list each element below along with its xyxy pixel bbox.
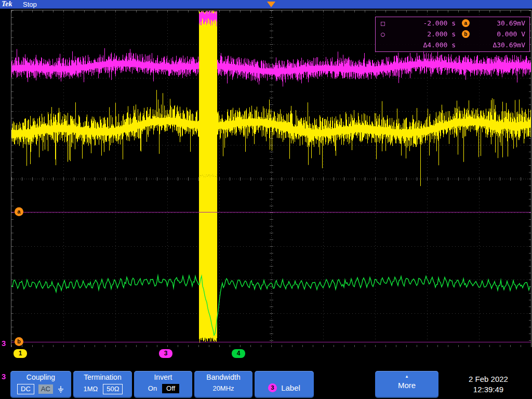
top-bar: Tek Stop	[0, 0, 532, 9]
ch1-badge[interactable]: 1	[14, 349, 27, 358]
ch4-badge[interactable]: 4	[232, 349, 245, 358]
coupling-title: Coupling	[26, 373, 55, 381]
trigger-position-marker[interactable]	[267, 2, 275, 7]
termination-option-1mohm[interactable]: 1MΩ	[83, 384, 99, 394]
coupling-option-dc[interactable]: DC	[17, 384, 34, 394]
channel3-position-tab[interactable]: 3	[2, 339, 6, 348]
cursor-readout: □ -2.000 s a 30.69mV ○ 2.000 s b 0.000 V…	[375, 17, 530, 52]
invert-title: Invert	[154, 373, 172, 381]
datetime-box: 2 Feb 2022 12:39:49	[445, 370, 532, 399]
acquisition-status: Stop	[23, 1, 37, 8]
more-button[interactable]: ▴ More	[375, 371, 438, 398]
ground-coupling-icon[interactable]	[57, 385, 64, 393]
termination-button[interactable]: Termination 1MΩ 50Ω	[73, 371, 132, 398]
bandwidth-button[interactable]: Bandwidth 20MHz	[194, 371, 252, 398]
bandwidth-title: Bandwidth	[206, 373, 240, 381]
cursor-circle-time: 2.000 s	[394, 30, 456, 38]
menu-channel-indicator: 3	[2, 372, 6, 381]
label-channel-badge: 3	[268, 383, 277, 392]
bandwidth-value: 20MHz	[211, 384, 235, 393]
graticule	[11, 10, 531, 348]
cursor-a-badge: a	[462, 19, 470, 27]
coupling-option-ac[interactable]: AC	[38, 384, 53, 394]
graticule-canvas	[11, 10, 531, 347]
square-cursor-icon: □	[381, 19, 394, 27]
cursor-a-marker[interactable]: a	[15, 207, 23, 216]
date-text: 2 Feb 2022	[445, 374, 532, 384]
more-text: More	[398, 381, 416, 390]
invert-button[interactable]: Invert On Off	[134, 371, 192, 398]
coupling-button[interactable]: Coupling DC AC	[10, 371, 71, 398]
cursor-readout-row-a: □ -2.000 s a 30.69mV	[376, 18, 529, 28]
invert-option-off[interactable]: Off	[162, 384, 179, 393]
cursor-b-marker[interactable]: b	[15, 337, 23, 346]
cursor-delta-time: Δ4.000 s	[394, 41, 456, 49]
termination-title: Termination	[84, 373, 121, 381]
oscilloscope-screen: Tek Stop a b 3 □ -2.000 s a 30.69mV ○ 2.…	[0, 0, 532, 399]
circle-cursor-icon: ○	[381, 30, 394, 38]
time-text: 12:39:49	[445, 384, 532, 395]
status-bar: 1 200mV ∿ 3 7.45mVΩ ∿ 4 500mV ∿ 400ms 25…	[0, 347, 532, 370]
more-caret-icon: ▴	[406, 374, 408, 378]
tek-logo: Tek	[2, 0, 12, 8]
label-button[interactable]: 3 Label	[255, 371, 314, 398]
ch3-badge[interactable]: 3	[159, 349, 172, 358]
cursor-readout-row-b: ○ 2.000 s b 0.000 V	[376, 29, 529, 39]
cursor-b-badge: b	[462, 30, 470, 38]
label-text: Label	[281, 383, 300, 392]
cursor-a-value: 30.69mV	[473, 19, 525, 27]
termination-option-50ohm[interactable]: 50Ω	[103, 384, 123, 394]
cursor-delta-value: Δ30.69mV	[473, 41, 525, 49]
cursor-b-value: 0.000 V	[473, 30, 525, 38]
cursor-square-time: -2.000 s	[394, 19, 456, 27]
invert-option-on[interactable]: On	[147, 384, 158, 393]
cursor-readout-row-delta: Δ4.000 s Δ30.69mV	[376, 39, 529, 50]
menu-bar: 3 Coupling DC AC Termination 1MΩ 50Ω Inv…	[0, 370, 532, 399]
